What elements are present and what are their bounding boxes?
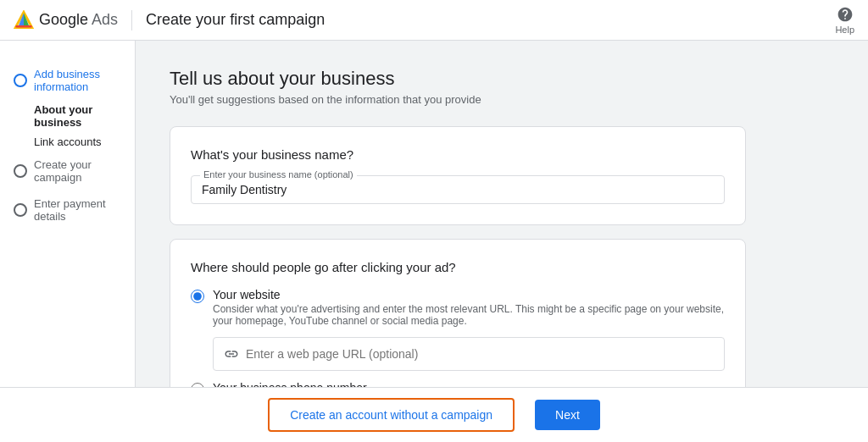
section-subtitle: You'll get suggestions based on the info… [170, 93, 834, 106]
bottom-bar: Create an account without a campaign Nex… [0, 387, 868, 442]
business-name-question: What's your business name? [191, 147, 725, 162]
radio-website-label-text: Your website [213, 288, 725, 301]
top-nav: Google Ads Create your first campaign He… [0, 0, 868, 41]
option-website: Your website Consider what you're advert… [191, 288, 725, 371]
url-input-wrapper [213, 337, 725, 371]
skip-button[interactable]: Create an account without a campaign [268, 398, 515, 432]
step-circle-3 [14, 203, 27, 217]
sidebar-label-add-business: Add business information [34, 68, 121, 93]
radio-website-input[interactable] [191, 290, 204, 303]
business-name-input-wrapper: Enter your business name (optional) [191, 175, 725, 204]
step-circle-2 [14, 164, 27, 178]
link-icon [224, 346, 239, 362]
sidebar-sub-label-about: About your business [34, 103, 92, 129]
sidebar-sub-link-accounts[interactable]: Link accounts [0, 132, 135, 152]
svg-rect-4 [15, 25, 31, 27]
section-title: Tell us about your business [170, 68, 834, 90]
radio-website-desc: Consider what you're advertising and ent… [213, 303, 725, 327]
sidebar-item-add-business[interactable]: Add business information [0, 61, 135, 100]
help-label: Help [835, 25, 854, 35]
help-button[interactable]: Help [835, 6, 854, 35]
url-input[interactable] [246, 347, 714, 361]
sidebar-label-create: Create your campaign [34, 158, 121, 184]
sidebar-item-payment[interactable]: Enter payment details [0, 191, 135, 229]
google-ads-icon [14, 10, 34, 30]
next-button[interactable]: Next [535, 400, 600, 430]
sidebar: Add business information About your busi… [0, 41, 136, 442]
main-content: Tell us about your business You'll get s… [136, 41, 868, 442]
destination-question: Where should people go after clicking yo… [191, 260, 725, 274]
business-name-input-label: Enter your business name (optional) [200, 169, 357, 180]
step-circle-1 [14, 74, 27, 87]
radio-website-text: Your website Consider what you're advert… [213, 288, 725, 327]
sidebar-label-payment: Enter payment details [34, 197, 121, 223]
help-icon [837, 6, 854, 23]
brand-logo: Google Ads [14, 10, 118, 30]
sidebar-sub-label-link: Link accounts [34, 135, 102, 148]
layout: Add business information About your busi… [0, 41, 868, 442]
nav-divider [131, 10, 132, 30]
radio-website-label[interactable]: Your website Consider what you're advert… [191, 288, 725, 327]
brand-name: Google Ads [39, 11, 118, 29]
page-title: Create your first campaign [146, 11, 325, 29]
sidebar-item-create-campaign[interactable]: Create your campaign [0, 152, 135, 191]
business-name-input[interactable] [202, 183, 714, 196]
business-name-card: What's your business name? Enter your bu… [170, 126, 746, 225]
sidebar-sub-about-business[interactable]: About your business [0, 100, 135, 132]
